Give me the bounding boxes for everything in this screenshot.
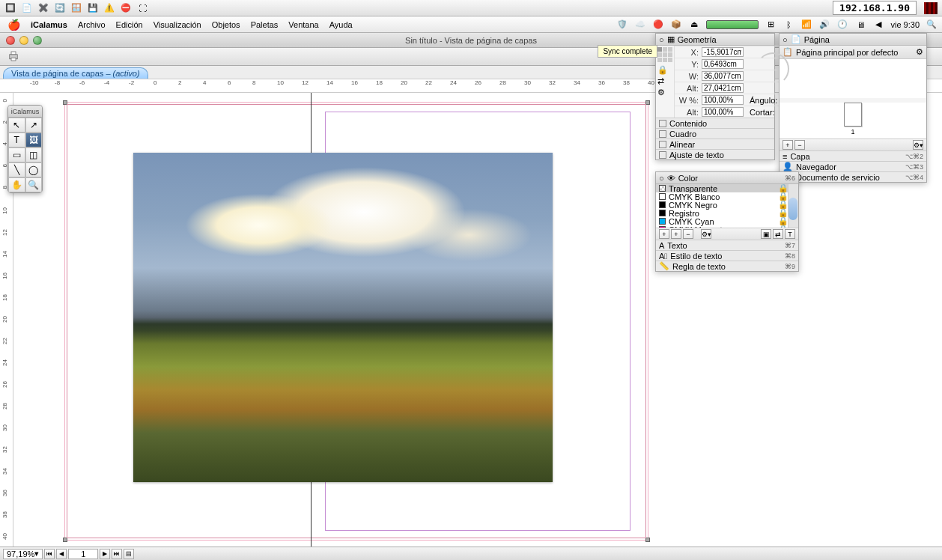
zoom-button[interactable] <box>33 36 42 45</box>
color-row[interactable]: CMYK Negro🔒◆ <box>656 201 798 209</box>
master-page-area[interactable] <box>780 59 926 98</box>
menu-paletas[interactable]: Paletas <box>251 20 279 29</box>
hpct-input[interactable] <box>702 107 744 117</box>
alinear-toggle[interactable] <box>659 141 666 148</box>
w-input[interactable] <box>702 71 744 81</box>
panel-collapse-icon[interactable]: ○ <box>783 35 788 44</box>
contenido-toggle[interactable] <box>659 120 666 127</box>
remove-color-button[interactable]: − <box>683 229 693 239</box>
handle-ne[interactable] <box>645 100 650 105</box>
minimize-button[interactable] <box>19 36 28 45</box>
prev-page-button[interactable]: ◀ <box>56 549 67 559</box>
estilo-label[interactable]: Estilo de texto <box>670 252 722 261</box>
panel-collapse-icon[interactable]: ○ <box>659 174 664 183</box>
bluetooth-icon[interactable]: ᛒ <box>783 19 794 30</box>
panel-collapse-icon[interactable]: ○ <box>659 35 664 44</box>
menu-objetos[interactable]: Objetos <box>212 20 240 29</box>
wifi-icon[interactable]: 📶 <box>800 19 812 30</box>
refresh-icon[interactable]: 🔄 <box>54 2 66 14</box>
eject-icon[interactable]: ⏏ <box>688 19 700 30</box>
ajuste-toggle[interactable] <box>659 151 666 159</box>
alinear-label[interactable]: Alinear <box>669 140 695 149</box>
direct-select-tool[interactable]: ↗ <box>25 118 43 133</box>
text-tool[interactable]: T <box>8 133 25 147</box>
volume-icon[interactable]: 🔊 <box>818 19 830 30</box>
last-page-button[interactable]: ⏭ <box>112 549 122 559</box>
handle-sw[interactable] <box>63 538 67 542</box>
fill-stroke-toggle[interactable]: ▣ <box>761 229 771 239</box>
windows-icon[interactable]: 🪟 <box>70 2 82 14</box>
print-icon[interactable] <box>6 49 21 64</box>
texto-label[interactable]: Texto <box>667 241 687 250</box>
settings-icon[interactable]: ✖️ <box>37 2 49 14</box>
color-gear-button[interactable]: ⚙▾ <box>701 229 711 239</box>
zoom-tool[interactable]: 🔍 <box>25 177 43 192</box>
fullscreen-icon[interactable]: ⛶ <box>136 2 148 14</box>
timemachine-icon[interactable]: 🕐 <box>836 19 848 30</box>
add2-color-button[interactable]: + <box>671 229 681 239</box>
rotation-dial[interactable] <box>756 52 789 85</box>
cuadro-label[interactable]: Cuadro <box>669 130 696 139</box>
menu-visualizacion[interactable]: Visualización <box>154 20 201 29</box>
shield-icon[interactable]: 🛡️ <box>616 19 628 30</box>
add-color-button[interactable]: + <box>659 229 669 239</box>
spotlight-icon[interactable]: 🔍 <box>926 19 938 30</box>
regla-label[interactable]: Regla de texto <box>672 262 726 271</box>
gear-icon[interactable]: ⚙ <box>657 88 672 97</box>
ellipse-tool[interactable]: ◯ <box>25 162 43 177</box>
wpct-input[interactable] <box>702 95 744 105</box>
zoom-dropdown[interactable]: 97,19% ▾ <box>3 549 43 559</box>
clock[interactable]: vie 9:30 <box>890 20 920 29</box>
panel-gear-icon[interactable]: ⚙ <box>916 47 923 57</box>
remove-page-button[interactable]: − <box>794 140 805 150</box>
recording-icon[interactable] <box>924 2 938 14</box>
placed-image[interactable] <box>133 153 553 482</box>
handle-se[interactable] <box>645 538 650 542</box>
swap-button[interactable]: ⇄ <box>773 229 783 239</box>
servicio-label[interactable]: Documento de servicio <box>796 173 880 182</box>
spaces-icon[interactable]: ⊞ <box>765 19 777 30</box>
color-row[interactable]: Registro🔒◆ <box>656 209 798 217</box>
sync-icon[interactable]: ☁️ <box>634 19 646 30</box>
rectangle-tool[interactable]: ▭ <box>8 147 25 162</box>
menu-archivo[interactable]: Archivo <box>78 20 106 29</box>
page-gear-button[interactable]: ⚙▾ <box>913 140 923 150</box>
color-row[interactable]: CMYK Blanco🔒◆ <box>656 192 798 201</box>
disk-icon[interactable]: 💾 <box>87 2 99 14</box>
color-row[interactable]: Transparente🔒◆ <box>656 184 798 192</box>
image-tool[interactable]: 🖼 <box>25 133 43 147</box>
menu-edicion[interactable]: Edición <box>116 20 143 29</box>
tab-layers-view[interactable]: Vista de página de capas – (activo) <box>3 67 148 79</box>
color-row[interactable]: CMYK Cyan🔒◆ <box>656 217 798 225</box>
add-page-button[interactable]: + <box>783 140 793 150</box>
handle-nw[interactable] <box>63 100 67 105</box>
page-field[interactable]: 1 <box>68 549 98 559</box>
helper-icon[interactable]: 🔲 <box>4 2 16 14</box>
battery-icon[interactable] <box>706 20 759 29</box>
new-doc-icon[interactable]: 📄 <box>21 2 33 14</box>
next-page-button[interactable]: ▶ <box>100 549 110 559</box>
color-scrollbar[interactable] <box>788 184 798 228</box>
hand-tool[interactable]: ✋ <box>8 177 25 192</box>
menu-ayuda[interactable]: Ayuda <box>329 20 353 29</box>
close-button[interactable] <box>6 36 15 45</box>
app-menu[interactable]: iCalamus <box>31 20 67 29</box>
selection-tool[interactable]: ↖ <box>8 118 25 133</box>
capa-label[interactable]: Capa <box>790 152 809 161</box>
line-tool[interactable]: ╲ <box>8 162 25 177</box>
layout-button[interactable]: ▤ <box>124 549 134 559</box>
lock-icon[interactable]: 🔒 <box>657 65 672 75</box>
apple-menu[interactable]: 🍎 <box>7 19 20 31</box>
ajuste-label[interactable]: Ajuste de texto <box>669 150 724 159</box>
h-input[interactable] <box>702 83 744 93</box>
anchor-grid[interactable] <box>657 47 672 62</box>
menu-ventana[interactable]: Ventana <box>288 20 318 29</box>
contenido-label[interactable]: Contenido <box>669 119 707 128</box>
y-input[interactable] <box>702 59 744 69</box>
flip-icon[interactable]: ⇄ <box>657 76 672 86</box>
stop-icon[interactable]: ⛔ <box>120 2 132 14</box>
x-input[interactable] <box>702 47 744 57</box>
cuadro-toggle[interactable] <box>659 130 666 138</box>
dropbox-icon[interactable]: 📦 <box>670 19 682 30</box>
navegador-label[interactable]: Navegador <box>796 162 836 171</box>
